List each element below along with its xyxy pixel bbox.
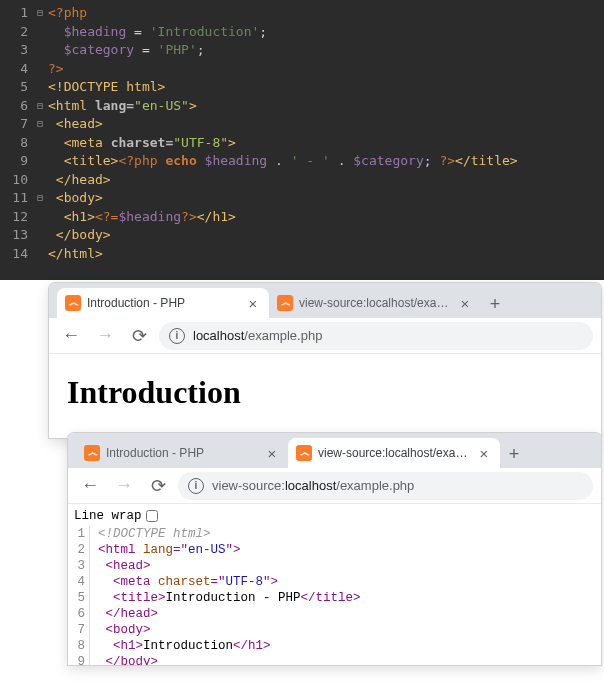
tab-active-rendered[interactable]: ෴ Introduction - PHP × xyxy=(57,288,269,318)
reload-button[interactable]: ⟳ xyxy=(125,322,153,350)
linewrap-label: Line wrap xyxy=(74,508,142,524)
new-tab-button[interactable]: + xyxy=(500,440,528,468)
page-content: Introduction xyxy=(49,354,601,431)
url-text: localhost/example.php xyxy=(193,328,322,343)
back-button[interactable]: ← xyxy=(76,472,104,500)
browser-stack: ෴ Introduction - PHP × ෴ view-source:loc… xyxy=(0,280,604,700)
close-icon[interactable]: × xyxy=(457,295,473,311)
viewsource-content: Line wrap 1<!DOCTYPE html>2<html lang="e… xyxy=(68,504,601,665)
address-bar[interactable]: i view-source:localhost/example.php xyxy=(178,472,593,500)
browser-viewsource: ෴ Introduction - PHP × ෴ view-source:loc… xyxy=(68,433,601,665)
tab-title: view-source:localhost/example.p xyxy=(299,296,453,310)
browser-rendered: ෴ Introduction - PHP × ෴ view-source:loc… xyxy=(49,283,601,438)
tab-strip: ෴ Introduction - PHP × ෴ view-source:loc… xyxy=(68,433,601,468)
forward-button[interactable]: → xyxy=(110,472,138,500)
site-info-icon[interactable]: i xyxy=(188,478,204,494)
tab-active-source[interactable]: ෴ view-source:localhost/example.p × xyxy=(288,438,500,468)
tab-inactive-rendered[interactable]: ෴ Introduction - PHP × xyxy=(76,438,288,468)
tab-strip: ෴ Introduction - PHP × ෴ view-source:loc… xyxy=(49,283,601,318)
xampp-icon: ෴ xyxy=(65,295,81,311)
xampp-icon: ෴ xyxy=(277,295,293,311)
new-tab-button[interactable]: + xyxy=(481,290,509,318)
code-area[interactable]: <?php $heading = 'Introduction'; $catego… xyxy=(46,0,518,280)
line-gutter: 1234567891011121314 xyxy=(0,0,34,280)
xampp-icon: ෴ xyxy=(296,445,312,461)
close-icon[interactable]: × xyxy=(245,295,261,311)
page-heading: Introduction xyxy=(67,374,583,411)
close-icon[interactable]: × xyxy=(476,445,492,461)
tab-inactive-source[interactable]: ෴ view-source:localhost/example.p × xyxy=(269,288,481,318)
linewrap-checkbox[interactable] xyxy=(146,510,158,522)
browser-toolbar: ← → ⟳ i localhost/example.php xyxy=(49,318,601,354)
close-icon[interactable]: × xyxy=(264,445,280,461)
address-bar[interactable]: i localhost/example.php xyxy=(159,322,593,350)
browser-toolbar: ← → ⟳ i view-source:localhost/example.ph… xyxy=(68,468,601,504)
xampp-icon: ෴ xyxy=(84,445,100,461)
forward-button[interactable]: → xyxy=(91,322,119,350)
site-info-icon[interactable]: i xyxy=(169,328,185,344)
tab-title: view-source:localhost/example.p xyxy=(318,446,472,460)
tab-title: Introduction - PHP xyxy=(106,446,260,460)
code-editor[interactable]: 1234567891011121314 ⊟⊟⊟⊟ <?php $heading … xyxy=(0,0,604,280)
back-button[interactable]: ← xyxy=(57,322,85,350)
tab-title: Introduction - PHP xyxy=(87,296,241,310)
fold-column: ⊟⊟⊟⊟ xyxy=(34,0,46,280)
source-lines: 1<!DOCTYPE html>2<html lang="en-US">3 <h… xyxy=(74,526,595,665)
url-text: view-source:localhost/example.php xyxy=(212,478,414,493)
reload-button[interactable]: ⟳ xyxy=(144,472,172,500)
linewrap-toggle[interactable]: Line wrap xyxy=(74,508,595,524)
